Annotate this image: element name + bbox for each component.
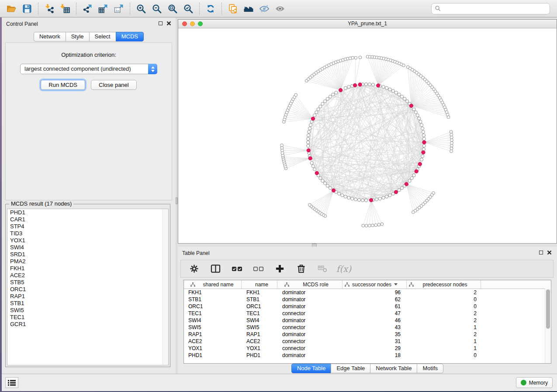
main-toolbar — [0, 0, 557, 17]
mcds-result-item[interactable]: TEC1 — [7, 314, 168, 321]
table-row[interactable]: RAP1RAP1dominator352 — [184, 331, 551, 338]
import-network-icon[interactable] — [42, 2, 57, 16]
table-row[interactable]: TEC1TEC1connector472 — [184, 310, 551, 317]
show-all-icon[interactable] — [272, 2, 288, 16]
table-cell: dominator — [277, 331, 343, 337]
tab-mcds[interactable]: MCDS — [116, 32, 144, 41]
network-window-titlebar[interactable]: YPA_prune.txt_1 — [178, 20, 557, 28]
mcds-result-item[interactable]: SRD1 — [7, 251, 168, 258]
add-icon[interactable] — [273, 262, 286, 275]
mcds-result-item[interactable]: YOX1 — [7, 237, 168, 244]
column-header-successor-nodes[interactable]: successor nodes — [343, 280, 407, 289]
search-input[interactable] — [441, 4, 550, 14]
tab-edge-table[interactable]: Edge Table — [331, 364, 370, 373]
zoom-in-icon[interactable] — [133, 2, 149, 16]
column-header-filler — [481, 280, 551, 289]
attribute-icon — [284, 282, 289, 287]
column-header-name[interactable]: name — [242, 280, 277, 289]
function-builder-icon[interactable]: f(x) — [338, 262, 350, 275]
select-stepper-icon — [148, 64, 157, 74]
control-panel-tabs: Network Style Select MCDS — [34, 32, 144, 41]
table-row[interactable]: YOX1YOX1connector291 — [184, 345, 551, 352]
table-cell: TEC1 — [242, 310, 277, 316]
mcds-result-item[interactable]: RAP1 — [7, 293, 168, 300]
deselect-all-icon[interactable] — [252, 262, 264, 275]
open-icon[interactable] — [3, 2, 19, 16]
tab-motifs[interactable]: Motifs — [417, 364, 443, 373]
run-mcds-button[interactable]: Run MCDS — [41, 80, 85, 90]
mcds-result-item[interactable]: FKH1 — [7, 265, 168, 272]
status-bar: Memory — [2, 374, 557, 391]
table-row[interactable]: FKH1FKH1dominator962 — [184, 289, 551, 296]
mcds-result-item[interactable]: TID3 — [7, 230, 168, 237]
search-box[interactable] — [431, 3, 550, 14]
column-header-predecessor-nodes[interactable]: predecessor nodes — [407, 280, 481, 289]
refresh-icon[interactable] — [203, 2, 218, 16]
fit-content-icon[interactable] — [165, 2, 180, 16]
save-icon[interactable] — [19, 2, 35, 16]
mcds-result-item[interactable]: STB5 — [7, 279, 168, 286]
mcds-result-item[interactable]: STP4 — [7, 223, 168, 230]
mcds-result-item[interactable]: ORC1 — [7, 286, 168, 293]
float-table-panel-icon[interactable] — [539, 251, 543, 254]
memory-button[interactable]: Memory — [516, 377, 553, 388]
close-panel-button[interactable]: Close panel — [91, 80, 137, 90]
mcds-result-item[interactable]: SWI4 — [7, 244, 168, 251]
choose-columns-icon[interactable] — [209, 262, 221, 275]
table-row[interactable]: PHD1PHD1dominator180 — [184, 352, 551, 359]
tab-node-table[interactable]: Node Table — [291, 364, 332, 373]
column-header-mcds-role[interactable]: MCDS role — [277, 280, 343, 289]
delete-icon[interactable] — [295, 262, 307, 275]
hide-selected-icon[interactable] — [256, 2, 272, 16]
network-graph[interactable] — [178, 28, 557, 244]
memory-status-icon — [521, 380, 526, 385]
close-panel-icon[interactable] — [166, 21, 171, 26]
mcds-result-item[interactable]: PHD1 — [7, 209, 168, 216]
mcds-result-list[interactable]: PHD1CAR1STP4TID3YOX1SWI4SRD1PMA2FKH1ACE2… — [7, 209, 169, 365]
table-cell: 0 — [407, 352, 481, 358]
table-row[interactable]: STB1STB1dominator620 — [184, 296, 551, 303]
table-cell: 62 — [343, 296, 407, 303]
export-table-icon[interactable] — [95, 2, 111, 16]
memory-label: Memory — [529, 380, 548, 386]
app-content: Control Panel Network Style Select MCDS … — [2, 17, 557, 391]
float-panel-icon[interactable] — [159, 21, 163, 25]
network-canvas[interactable] — [178, 28, 557, 243]
mcds-result-item[interactable]: STB1 — [7, 300, 168, 307]
export-image-icon[interactable] — [111, 2, 127, 16]
table-cell: 2 — [407, 310, 481, 316]
table-cell: connector — [277, 338, 343, 344]
tab-style[interactable]: Style — [66, 32, 90, 41]
zoom-selected-icon[interactable] — [180, 2, 196, 16]
mcds-list-scrollbar[interactable] — [163, 209, 168, 365]
table-row[interactable]: ACE2ACE2connector311 — [184, 338, 551, 345]
mcds-result-item[interactable]: SWI5 — [7, 307, 168, 314]
table-row[interactable]: ORC1ORC1dominator610 — [184, 303, 551, 310]
mcds-result-item[interactable]: CAR1 — [7, 216, 168, 223]
copy-current-network-icon[interactable] — [225, 2, 241, 16]
table-scrollbar[interactable] — [545, 289, 551, 363]
table-cell: 46 — [343, 317, 407, 323]
clear-table-icon[interactable] — [316, 262, 329, 275]
table-scrollbar-thumb[interactable] — [546, 289, 550, 329]
task-history-button[interactable] — [5, 377, 18, 388]
table-row[interactable]: SWI5SWI5connector431 — [184, 324, 551, 331]
select-all-icon[interactable] — [231, 262, 243, 275]
zoom-out-icon[interactable] — [149, 2, 165, 16]
mcds-result-item[interactable]: GCR1 — [7, 321, 168, 328]
mcds-result-item[interactable]: PMA2 — [7, 258, 168, 265]
table-cell: dominator — [277, 289, 343, 296]
optimization-criterion-select[interactable]: largest connected component (undirected) — [20, 64, 157, 74]
import-table-icon[interactable] — [57, 2, 73, 16]
settings-icon[interactable] — [188, 262, 200, 275]
mcds-result-item[interactable]: ACE2 — [7, 272, 168, 279]
first-neighbors-icon[interactable] — [241, 2, 256, 16]
toolbar-separator — [221, 3, 222, 15]
table-row[interactable]: SWI4SWI4dominator462 — [184, 317, 551, 324]
tab-network-table[interactable]: Network Table — [370, 364, 417, 373]
close-table-panel-icon[interactable] — [547, 250, 552, 255]
export-network-icon[interactable] — [80, 2, 95, 16]
column-header-shared-name[interactable]: shared name — [184, 280, 242, 289]
tab-select[interactable]: Select — [89, 32, 116, 41]
tab-network[interactable]: Network — [34, 32, 66, 41]
